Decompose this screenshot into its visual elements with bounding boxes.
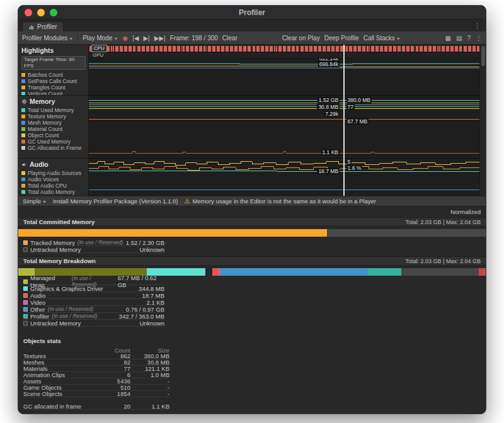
chart-legend-item[interactable]: Texture Memory — [21, 113, 86, 120]
chart-stack[interactable]: CPU GPU 822.14k 696.84k — [89, 45, 479, 196]
chart-legend-item[interactable]: Total Audio CPU — [21, 183, 86, 189]
row-count: 20 — [101, 403, 130, 410]
chart-legend-item[interactable]: GC Used Memory — [21, 138, 86, 145]
chart-legend-item[interactable]: Triangles Count — [21, 84, 86, 91]
module-highlights[interactable]: Highlights Target Frame Time: 60 FPS Bat… — [18, 45, 88, 95]
chart-legend-item[interactable]: Total Audio Memory — [21, 189, 86, 195]
tab-menu-icon[interactable]: ⋮ — [474, 22, 486, 31]
profiler-chart-icon — [28, 24, 35, 30]
chart-legend-item[interactable]: Object Count — [21, 132, 86, 138]
highlights-chart[interactable]: 822.14k 696.84k — [89, 59, 479, 95]
gpu-activity-chart[interactable]: GPU — [89, 53, 479, 59]
chart-legend-item[interactable]: Batches Count — [21, 72, 86, 78]
chart-panel: CPU GPU 822.14k 696.84k — [89, 45, 486, 196]
view-mode-dropdown[interactable]: Simple▼ — [23, 198, 47, 205]
frame-playhead[interactable] — [343, 45, 345, 196]
chart-value-label: 18.7 MB — [317, 168, 340, 174]
series-label: Total Audio CPU — [28, 183, 67, 189]
install-package-button[interactable]: Install Memory Profiler Package (Version… — [53, 198, 178, 205]
module-audio[interactable]: Audio Playing Audio Sources Audio Voices… — [18, 158, 88, 196]
chart-value-label: 1.6 % — [346, 165, 363, 171]
target-fps-dropdown[interactable]: Target Frame Time: 60 FPS — [21, 56, 86, 70]
play-mode-dropdown[interactable]: Play Mode▼ — [83, 35, 118, 42]
legend-label: Untracked Memory — [30, 246, 81, 253]
chart-legend-item[interactable]: Material Count — [21, 126, 86, 132]
legend-swatch — [23, 307, 28, 312]
committed-memory-header: Total Committed Memory Total: 2.03 GB | … — [18, 217, 486, 227]
bar-segment — [220, 268, 369, 276]
scrollbar-thumb[interactable] — [481, 46, 485, 66]
cpu-tag[interactable]: CPU — [91, 45, 107, 52]
chart-legend-item[interactable]: Total Used Memory — [21, 107, 86, 113]
chart-legend-item[interactable]: Audio Voices — [21, 176, 86, 183]
gear-icon — [21, 99, 27, 104]
audio-chart[interactable]: 5 1.6 % 18.7 MB — [89, 158, 479, 196]
tab-profiler[interactable]: Profiler — [22, 21, 64, 31]
bar-segment — [18, 229, 327, 237]
module-memory[interactable]: Memory Total Used Memory Texture Memory … — [18, 95, 88, 158]
chart-value-label: 77 — [346, 104, 355, 110]
gpu-tag[interactable]: GPU — [93, 52, 103, 58]
current-frame-button[interactable]: ▶▶| — [154, 35, 166, 42]
row-size: - — [130, 390, 169, 397]
legend-swatch — [23, 286, 28, 291]
bar-segment — [401, 268, 478, 276]
profiler-window: Profiler Profiler ⋮ Profiler Modules▼ Pl… — [18, 5, 486, 414]
chart-scrollbar[interactable] — [479, 45, 486, 196]
chevron-down-icon: ▼ — [42, 200, 47, 204]
chart-legend-item[interactable]: GC Allocated in Frame — [21, 145, 86, 151]
chart-value-label: 30.8 MB — [317, 104, 340, 110]
section-title: Total Memory Breakdown — [23, 257, 96, 264]
cpu-activity-chart[interactable]: CPU — [89, 45, 479, 53]
committed-memory-bar — [18, 229, 486, 237]
close-button[interactable] — [25, 9, 32, 16]
series-label: SetPass Calls Count — [28, 78, 77, 84]
profiler-modules-dropdown[interactable]: Profiler Modules▼ — [22, 35, 73, 42]
row-label: Scene Objects — [23, 390, 101, 397]
series-color-swatch — [21, 121, 25, 125]
series-color-swatch — [21, 73, 25, 77]
legend-swatch — [23, 314, 28, 319]
prev-frame-button[interactable]: |◀ — [132, 35, 139, 42]
help-icon[interactable]: ? — [467, 35, 471, 42]
series-label: Object Count — [28, 132, 59, 138]
overflow-menu-icon[interactable]: ⋮ — [476, 35, 482, 42]
bar-segment — [479, 268, 486, 276]
window-title: Profiler — [62, 8, 442, 17]
zoom-button[interactable] — [50, 9, 57, 16]
objects-stats-table: Objects stats Count Size Textures 862 38… — [23, 337, 169, 410]
module-audio-header: Audio — [21, 161, 86, 168]
chart-legend-item[interactable]: Vertices Count — [21, 91, 86, 95]
warning-icon: ⚠ — [185, 198, 190, 205]
normalized-toggle[interactable]: Normalized — [450, 208, 481, 215]
legend-swatch — [23, 247, 28, 252]
legend-swatch — [23, 293, 28, 298]
legend-value: 0.76 / 0.97 GB — [126, 306, 164, 313]
bar-segment — [212, 268, 218, 276]
objects-stats-title: Objects stats — [23, 337, 169, 344]
call-stacks-dropdown[interactable]: Call Stacks▼ — [364, 35, 401, 42]
record-button[interactable]: ◉ — [122, 35, 128, 42]
chart-value-label: 7.29k — [324, 111, 340, 117]
legend-note: (In use / Reserved) — [52, 313, 97, 319]
memory-chart[interactable]: 1.52 GB 380.0 MB 30.8 MB 77 7.29k 67.7 M… — [89, 95, 479, 158]
chart-legend-item[interactable]: Mesh Memory — [21, 120, 86, 126]
chart-legend-item[interactable]: SetPass Calls Count — [21, 78, 86, 84]
clear-on-play-toggle[interactable]: Clear on Play — [282, 35, 320, 42]
legend-row: Untracked Memory Unknown — [23, 320, 164, 327]
chart-legend-item[interactable]: Playing Audio Sources — [21, 170, 86, 176]
bar-segment — [369, 268, 401, 276]
row-size: 1.1 KB — [130, 403, 169, 410]
series-color-swatch — [21, 178, 25, 181]
gc-allocated-row: GC allocated in frame 20 1.1 KB — [23, 403, 169, 410]
profiler-toolbar: Profiler Modules▼ Play Mode▼ ◉ |◀ ▶| ▶▶|… — [18, 31, 486, 45]
layout-grid-icon[interactable]: ▦ — [445, 35, 451, 42]
clear-button[interactable]: Clear — [222, 35, 238, 42]
series-label: Playing Audio Sources — [28, 170, 81, 176]
save-profile-icon[interactable]: ▤ — [456, 35, 462, 42]
legend-label: Tracked Memory — [30, 239, 75, 246]
next-frame-button[interactable]: ▶| — [143, 35, 149, 42]
minimize-button[interactable] — [37, 9, 45, 16]
deep-profile-toggle[interactable]: Deep Profile — [324, 35, 359, 42]
legend-label: Video — [30, 299, 45, 306]
